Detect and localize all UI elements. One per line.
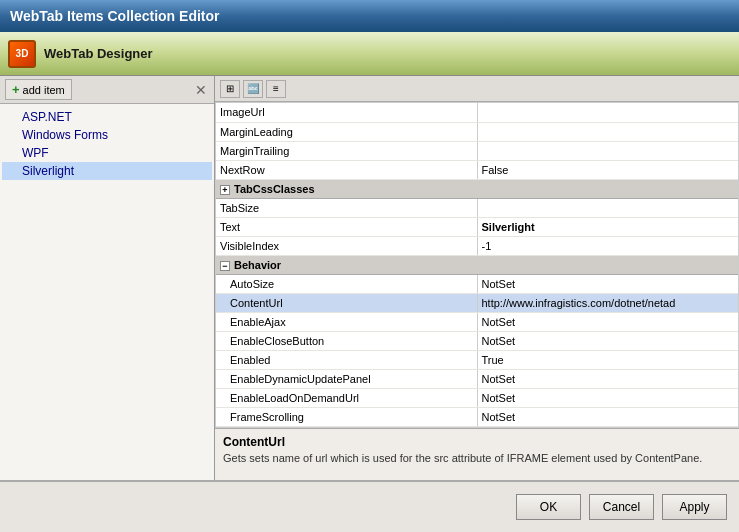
prop-name: NextRow xyxy=(216,160,477,179)
description-text: Gets sets name of url which is used for … xyxy=(223,451,731,465)
prop-name: FrameScrolling xyxy=(216,407,477,426)
table-row-contenturl[interactable]: ContentUrl http://www.infragistics.com/d… xyxy=(216,293,738,312)
plus-icon: + xyxy=(12,82,20,97)
left-toolbar: + add item ✕ xyxy=(0,76,214,104)
prop-value xyxy=(477,103,738,122)
table-row: Enabled True xyxy=(216,350,738,369)
apply-button[interactable]: Apply xyxy=(662,494,727,520)
prop-name: AutoSize xyxy=(216,274,477,293)
prop-name: EnableCloseButton xyxy=(216,331,477,350)
table-row: EnableCloseButton NotSet xyxy=(216,331,738,350)
prop-value: True xyxy=(477,350,738,369)
items-list: ASP.NET Windows Forms WPF Silverlight xyxy=(0,104,214,480)
section-label: −Behavior xyxy=(216,255,738,274)
table-row: FrameScrolling NotSet xyxy=(216,407,738,426)
table-row: MarginLeading xyxy=(216,122,738,141)
list-item-selected[interactable]: Silverlight xyxy=(2,162,212,180)
prop-value: NotSet xyxy=(477,274,738,293)
prop-name: Enabled xyxy=(216,350,477,369)
table-row: AutoSize NotSet xyxy=(216,274,738,293)
prop-value xyxy=(477,198,738,217)
prop-name: ContentUrl xyxy=(216,293,477,312)
list-item[interactable]: WPF xyxy=(2,144,212,162)
prop-name: EnableAjax xyxy=(216,312,477,331)
section-label: +TabCssClasses xyxy=(216,179,738,198)
section-header-behavior: −Behavior xyxy=(216,255,738,274)
prop-value: NotSet xyxy=(477,407,738,426)
alphabetical-button[interactable]: 🔤 xyxy=(243,80,263,98)
cancel-button[interactable]: Cancel xyxy=(589,494,654,520)
prop-value: NotSet xyxy=(477,331,738,350)
designer-header: 3D WebTab Designer xyxy=(0,32,739,76)
pages-button[interactable]: ≡ xyxy=(266,80,286,98)
ok-button[interactable]: OK xyxy=(516,494,581,520)
title-bar: WebTab Items Collection Editor xyxy=(0,0,739,32)
table-row: Text Silverlight xyxy=(216,217,738,236)
list-item[interactable]: ASP.NET xyxy=(2,108,212,126)
main-content: + add item ✕ ASP.NET Windows Forms WPF S… xyxy=(0,76,739,480)
table-row: MarginTrailing xyxy=(216,141,738,160)
categorized-button[interactable]: ⊞ xyxy=(220,80,240,98)
table-row: TabSize xyxy=(216,198,738,217)
prop-name: ImageUrl xyxy=(216,103,477,122)
prop-name: TabSize xyxy=(216,198,477,217)
prop-value: NotSet xyxy=(477,312,738,331)
prop-value xyxy=(477,141,738,160)
prop-value: Silverlight xyxy=(477,217,738,236)
prop-value: http://www.infragistics.com/dotnet/netad xyxy=(477,293,738,312)
right-panel: ⊞ 🔤 ≡ ImageUrl MarginLeading xyxy=(215,76,739,480)
collapse-icon[interactable]: − xyxy=(220,261,230,271)
section-header-tabcssclasses: +TabCssClasses xyxy=(216,179,738,198)
prop-value: NotSet xyxy=(477,388,738,407)
prop-value xyxy=(477,122,738,141)
right-toolbar: ⊞ 🔤 ≡ xyxy=(215,76,739,102)
table-row: EnableAjax NotSet xyxy=(216,312,738,331)
left-panel: + add item ✕ ASP.NET Windows Forms WPF S… xyxy=(0,76,215,480)
description-title: ContentUrl xyxy=(223,435,731,449)
properties-grid[interactable]: ImageUrl MarginLeading MarginTrailing xyxy=(215,102,739,428)
table-row: EnableLoadOnDemandUrl NotSet xyxy=(216,388,738,407)
list-item[interactable]: Windows Forms xyxy=(2,126,212,144)
prop-name: MarginLeading xyxy=(216,122,477,141)
bottom-bar: OK Cancel Apply xyxy=(0,480,739,532)
designer-logo: 3D xyxy=(8,40,36,68)
table-row: EnableDynamicUpdatePanel NotSet xyxy=(216,369,738,388)
table-row: ImageUrl xyxy=(216,103,738,122)
description-panel: ContentUrl Gets sets name of url which i… xyxy=(215,428,739,480)
expand-icon[interactable]: + xyxy=(220,185,230,195)
add-item-label: add item xyxy=(23,84,65,96)
prop-name: EnableLoadOnDemandUrl xyxy=(216,388,477,407)
prop-value: -1 xyxy=(477,236,738,255)
prop-value: NotSet xyxy=(477,369,738,388)
prop-name: VisibleIndex xyxy=(216,236,477,255)
close-left-button[interactable]: ✕ xyxy=(193,82,209,98)
table-row: NextRow False xyxy=(216,160,738,179)
table-row: VisibleIndex -1 xyxy=(216,236,738,255)
prop-name: Text xyxy=(216,217,477,236)
designer-title: WebTab Designer xyxy=(44,46,153,61)
prop-name: EnableDynamicUpdatePanel xyxy=(216,369,477,388)
prop-name: MarginTrailing xyxy=(216,141,477,160)
prop-value: False xyxy=(477,160,738,179)
window-title: WebTab Items Collection Editor xyxy=(10,8,220,24)
properties-table: ImageUrl MarginLeading MarginTrailing xyxy=(216,103,738,428)
add-item-button[interactable]: + add item xyxy=(5,79,72,100)
